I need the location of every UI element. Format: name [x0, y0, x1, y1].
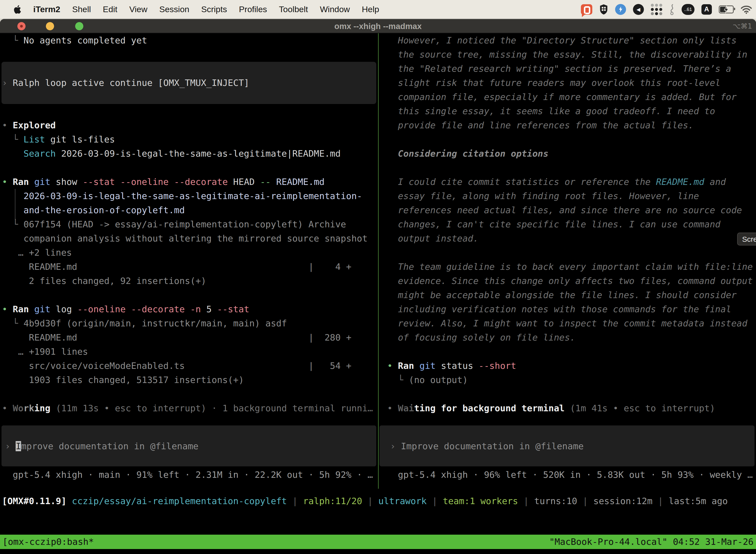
dots-grid-icon[interactable]: [651, 4, 662, 15]
menu-item-shell[interactable]: Shell: [72, 4, 91, 14]
terminal-row: [2, 288, 378, 302]
terminal-row: including verification notes with those …: [387, 302, 756, 316]
terminal-row: [387, 245, 756, 260]
terminal-row: review. Also, I might want to inspect th…: [387, 316, 756, 330]
terminal-row: and-the-erosion-of-copyleft.md: [2, 203, 378, 217]
iterm-window: omx --xhigh --madmax ⌥⌘1 └ No agents com…: [0, 19, 756, 554]
terminal-row: The team guideline is to back every impo…: [387, 260, 756, 274]
keyboard-layout-icon[interactable]: A: [701, 4, 712, 15]
left-terminal-pane[interactable]: └ No agents completed yet› Ralph loop ac…: [0, 33, 378, 489]
tmux-session-label[interactable]: [omx-cczip0:bash*: [2, 535, 94, 549]
terminal-row: companion file, especially if more comme…: [387, 90, 756, 104]
terminal-row: provide file and line references from th…: [387, 118, 756, 132]
window-shortcut-hint: ⌥⌘1: [733, 19, 752, 33]
left-pane-output: └ No agents completed yet› Ralph loop ac…: [2, 33, 378, 415]
screen-indicator-pill[interactable]: Scre: [737, 233, 756, 245]
terminal-row: 2026-03-09-is-legal-the-same-as-legitima…: [2, 189, 378, 203]
percent-badge-icon[interactable]: ..61: [682, 4, 694, 15]
right-pane-output: However, I noticed the "Directory Struct…: [387, 33, 756, 415]
terminal-row: └ (no output): [387, 373, 756, 387]
window-titlebar[interactable]: omx --xhigh --madmax ⌥⌘1: [0, 19, 756, 33]
terminal-row: README.md | 4 +: [2, 260, 378, 274]
terminal-row: might be acceptable alongside the file l…: [387, 288, 756, 302]
shield-grid-icon[interactable]: [599, 4, 608, 15]
terminal-row: … +2 lines: [2, 245, 378, 260]
terminal-row: [2, 104, 378, 118]
terminal-row: • Waiting for background terminal (1m 41…: [387, 401, 756, 415]
dark-circle-arrow-icon[interactable]: ◀: [633, 4, 644, 15]
terminal-row: references need actual files, and since …: [387, 203, 756, 217]
terminal-row: the source tree, missing the essay. Stil…: [387, 47, 756, 62]
tmux-status-bar: [omx-cczip0:bash* "MacBook-Pro-44.local"…: [0, 535, 756, 549]
terminal-row: [2, 62, 378, 76]
omx-status-bar: [OMX#0.11.9] cczip/essay/ai-reimplementa…: [0, 494, 756, 508]
terminal-row: 2 files changed, 92 insertions(+): [2, 274, 378, 288]
terminal-row: [387, 132, 756, 147]
blue-bolt-badge-icon[interactable]: [615, 4, 626, 15]
hook-squiggle-icon[interactable]: [669, 4, 675, 15]
terminal-row: However, I noticed the "Directory Struct…: [387, 33, 756, 47]
menu-item-edit[interactable]: Edit: [103, 4, 118, 14]
apple-logo-icon[interactable]: [13, 4, 21, 14]
terminal-row: └ List git ls-files: [2, 132, 378, 147]
terminal-row: [387, 161, 756, 175]
terminal-row: • Ran git status --short: [387, 359, 756, 373]
terminal-row: essay file, along with finding root file…: [387, 189, 756, 203]
terminal-row: README.md | 280 +: [2, 330, 378, 344]
macos-menubar: iTerm2 Shell Edit View Session Scripts P…: [0, 0, 756, 19]
menu-item-scripts[interactable]: Scripts: [201, 4, 227, 14]
terminal-row: • Ran git log --oneline --decorate -n 5 …: [2, 302, 378, 316]
terminal-row: slight risk that future readers may over…: [387, 76, 756, 90]
chat-bubble-icon[interactable]: [581, 4, 592, 15]
terminal-row: changes, I can't cite specific file line…: [387, 217, 756, 231]
terminal-row: output instead.: [387, 231, 756, 245]
right-terminal-pane[interactable]: However, I noticed the "Directory Struct…: [379, 33, 756, 489]
terminal-row: [2, 47, 378, 62]
terminal-row: Search 2026-03-09-is-legal-the-same-as-l…: [2, 147, 378, 161]
menu-item-session[interactable]: Session: [159, 4, 189, 14]
terminal-row: 1903 files changed, 513517 insertions(+): [2, 373, 378, 387]
terminal-row: evidence. Since this change only affects…: [387, 274, 756, 288]
terminal-row: [2, 387, 378, 401]
terminal-row: [387, 387, 756, 401]
terminal-row: › Ralph loop active continue [OMX_TMUX_I…: [2, 76, 378, 90]
terminal-row: of focusing solely on file lines.: [387, 330, 756, 344]
battery-icon[interactable]: [719, 5, 734, 13]
menubar-status-icons: ◀ ..61 A: [581, 4, 756, 15]
tmux-host-clock: "MacBook-Pro-44.local" 04:52 31-Mar-26: [549, 535, 754, 549]
terminal-row: Considering citation options: [387, 147, 756, 161]
terminal-row: └ No agents completed yet: [2, 33, 378, 47]
terminal-row: companion analysis without altering the …: [2, 231, 378, 245]
left-status-line: gpt-5.4 xhigh · main · 91% left · 2.31M …: [2, 467, 373, 482]
terminal-row: [2, 90, 378, 104]
terminal-row: this single essay, it seems like a good …: [387, 104, 756, 118]
terminal-row: … +1901 lines: [2, 344, 378, 359]
terminal-row: [2, 161, 378, 175]
terminal-row: the "Related research writing" section i…: [387, 62, 756, 76]
right-status-line: gpt-5.4 xhigh · 96% left · 520K in · 5.8…: [387, 467, 753, 482]
menu-item-window[interactable]: Window: [320, 4, 350, 14]
terminal-row: └ 067f154 (HEAD -> essay/ai-reimplementa…: [2, 217, 378, 231]
menu-item-view[interactable]: View: [129, 4, 147, 14]
menu-item-toolbelt[interactable]: Toolbelt: [279, 4, 308, 14]
menubar-menus: iTerm2 Shell Edit View Session Scripts P…: [0, 4, 379, 14]
terminal-row: • Explored: [2, 118, 378, 132]
terminal-row: src/voice/voiceModeEnabled.ts | 54 +: [2, 359, 378, 373]
terminal-row: • Ran git show --stat --oneline --decora…: [2, 175, 378, 189]
terminal-row: └ 4b9d30f (origin/main, instructkr/main,…: [2, 316, 378, 330]
screenshot-root: iTerm2 Shell Edit View Session Scripts P…: [0, 0, 756, 554]
menu-app-name[interactable]: iTerm2: [33, 4, 60, 14]
menu-item-help[interactable]: Help: [362, 4, 379, 14]
right-prompt-input[interactable]: › Improve documentation in @filename: [387, 439, 584, 453]
left-prompt-input[interactable]: › Improve documentation in @filename: [2, 439, 198, 453]
terminal-row: [387, 344, 756, 359]
menu-item-profiles[interactable]: Profiles: [239, 4, 267, 14]
wifi-icon[interactable]: [741, 5, 752, 14]
window-title: omx --xhigh --madmax: [0, 19, 756, 33]
terminal-row: I could cite commit statistics or refere…: [387, 175, 756, 189]
terminal-row: • Working (11m 13s • esc to interrupt) ·…: [2, 401, 378, 415]
